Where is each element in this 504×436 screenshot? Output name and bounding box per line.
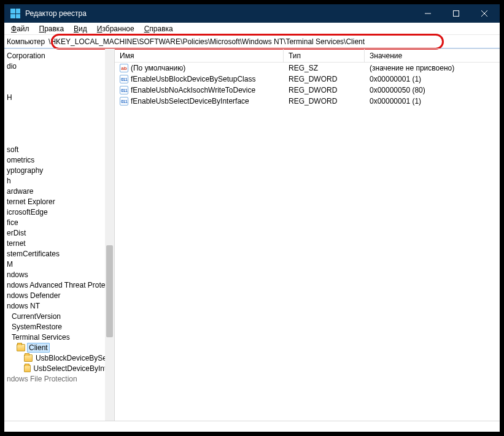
tree-node-label: ndows: [6, 270, 29, 279]
value-type: REG_DWORD: [284, 97, 365, 105]
column-value[interactable]: Значение: [365, 49, 500, 62]
tree-node-label: ardware: [6, 187, 34, 196]
value-data: 0x00000001 (1): [365, 75, 500, 83]
main-panel: Corporationdio H softometricsyptographyh…: [4, 48, 500, 421]
tree-node-selected[interactable]: Client: [4, 342, 114, 353]
tree-node[interactable]: M: [4, 259, 114, 269]
tree-node[interactable]: H: [4, 92, 114, 102]
tree-node-label: [6, 104, 10, 112]
tree-node-label: ternet: [6, 239, 27, 248]
tree-node-label: [6, 72, 10, 81]
tree-node[interactable]: UsbSelectDeviceByInter: [4, 363, 114, 373]
list-body[interactable]: ab(По умолчанию)REG_SZ(значение не присв…: [115, 63, 500, 421]
tree-node-label: icrosoftEdge: [6, 208, 49, 216]
tree-node-label: ndows NT: [6, 302, 41, 310]
menu-edit[interactable]: Правка: [35, 24, 69, 34]
tree-node[interactable]: yptography: [4, 165, 114, 175]
tree-node[interactable]: ardware: [4, 186, 114, 196]
minimize-button[interactable]: [414, 4, 442, 23]
tree-node[interactable]: soft: [4, 144, 114, 155]
tree-node[interactable]: [4, 113, 114, 123]
close-button[interactable]: [470, 4, 498, 23]
tree-node[interactable]: ndows File Protection: [4, 373, 114, 384]
tree-node-label: ndows File Protection: [6, 375, 79, 383]
tree-node-label: Terminal Services: [10, 333, 71, 342]
tree-node-label: ndows Advanced Threat Prote: [6, 281, 107, 289]
tree-node[interactable]: ternet: [4, 238, 114, 248]
tree-node[interactable]: icrosoftEdge: [4, 207, 114, 217]
tree-node[interactable]: [4, 123, 114, 134]
status-bar: [4, 421, 500, 432]
tree-node-label: H: [6, 93, 14, 102]
binary-icon: 011: [120, 86, 128, 94]
address-label: Компьютер: [7, 37, 45, 46]
tree-node-label: [6, 124, 10, 133]
tree-node[interactable]: ndows: [4, 269, 114, 280]
tree-node[interactable]: ndows Defender: [4, 290, 114, 300]
tree-node-label: soft: [6, 145, 20, 154]
tree-node[interactable]: UsbBlockDeviceBySetu: [4, 353, 114, 363]
app-icon: [10, 9, 20, 18]
value-row[interactable]: ab(По умолчанию)REG_SZ(значение не присв…: [115, 63, 500, 74]
folder-icon: [17, 344, 25, 351]
tree-node-label: ndows Defender: [6, 291, 61, 300]
tree-node-label: [6, 114, 10, 123]
tree-scrollbar[interactable]: [105, 49, 114, 421]
folder-icon: [24, 354, 33, 362]
tree-node-label: ternet Explorer: [6, 197, 56, 206]
tree-node-label: Corporation: [6, 52, 47, 60]
menu-help[interactable]: Справка: [140, 24, 177, 34]
column-type[interactable]: Тип: [284, 49, 365, 62]
tree-node-label: dio: [6, 62, 18, 71]
tree-node-label: fice: [6, 218, 20, 227]
value-row[interactable]: 011fEnableUsbNoAckIsochWriteToDeviceREG_…: [115, 85, 500, 96]
column-name[interactable]: Имя: [115, 49, 284, 62]
folder-icon: [24, 365, 31, 372]
tree-node[interactable]: ternet Explorer: [4, 196, 114, 207]
value-name: (По умолчанию): [131, 64, 185, 72]
value-name: fEnableUsbNoAckIsochWriteToDevice: [131, 86, 255, 94]
address-input[interactable]: [47, 36, 497, 47]
tree-node-label: erDist: [6, 229, 27, 237]
tree-node-label: CurrentVersion: [10, 312, 62, 321]
value-type: REG_SZ: [284, 64, 365, 72]
tree-node-label: yptography: [6, 166, 44, 175]
binary-icon: 011: [120, 97, 128, 105]
maximize-button[interactable]: [442, 4, 470, 23]
tree-node[interactable]: fice: [4, 217, 114, 228]
value-data: (значение не присвоено): [365, 64, 500, 72]
tree-node-label: ometrics: [6, 156, 36, 164]
tree-node-label: UsbSelectDeviceByInter: [33, 364, 114, 373]
tree-node[interactable]: h: [4, 175, 114, 186]
tree-node[interactable]: ndows Advanced Threat Prote: [4, 280, 114, 290]
tree-node[interactable]: Terminal Services: [4, 332, 114, 342]
tree-node[interactable]: CurrentVersion: [4, 311, 114, 321]
value-data: 0x00000001 (1): [365, 97, 500, 105]
menu-view[interactable]: Вид: [69, 24, 91, 34]
value-list-panel: Имя Тип Значение ab(По умолчанию)REG_SZ(…: [115, 49, 500, 421]
tree-node[interactable]: Corporation: [4, 50, 114, 61]
tree-node[interactable]: erDist: [4, 228, 114, 238]
menu-file[interactable]: Файл: [7, 24, 34, 34]
tree-node[interactable]: [4, 71, 114, 82]
string-icon: ab: [120, 64, 128, 72]
tree-panel[interactable]: Corporationdio H softometricsyptographyh…: [4, 49, 115, 421]
value-name: fEnableUsbBlockDeviceBySetupClass: [131, 75, 255, 83]
tree-node[interactable]: [4, 134, 114, 144]
svg-rect-1: [454, 11, 459, 17]
list-header[interactable]: Имя Тип Значение: [115, 49, 500, 63]
value-row[interactable]: 011fEnableUsbSelectDeviceByInterfaceREG_…: [115, 96, 500, 107]
binary-icon: 011: [120, 75, 128, 83]
menu-favorites[interactable]: Избранное: [93, 24, 139, 34]
tree-node[interactable]: [4, 82, 114, 92]
tree-node[interactable]: stemCertificates: [4, 248, 114, 259]
tree-node-label: UsbBlockDeviceBySetu: [34, 354, 114, 362]
tree-node[interactable]: dio: [4, 61, 114, 71]
tree-node[interactable]: SystemRestore: [4, 321, 114, 332]
value-type: REG_DWORD: [284, 75, 365, 83]
tree-node[interactable]: ndows NT: [4, 300, 114, 311]
value-row[interactable]: 011fEnableUsbBlockDeviceBySetupClassREG_…: [115, 74, 500, 85]
tree-node[interactable]: [4, 102, 114, 113]
tree-node[interactable]: ometrics: [4, 155, 114, 165]
value-data: 0x00000050 (80): [365, 86, 500, 94]
